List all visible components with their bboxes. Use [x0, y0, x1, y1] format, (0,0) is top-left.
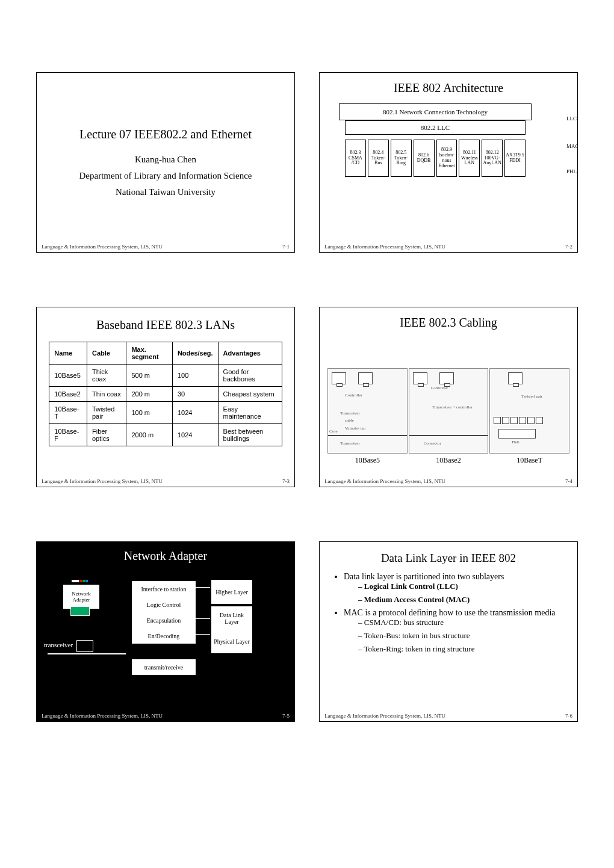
footer-text: Language & Information Processing System… — [42, 478, 163, 484]
list-item: CSMA/CD: bus structure — [358, 618, 556, 627]
label-transceiver: transceiver — [44, 641, 73, 648]
slide-footer: Language & Information Processing System… — [42, 478, 290, 484]
diagram-label: 10Base2 — [436, 456, 460, 465]
diagram-10base5: Controller Transceiver cable Vampire tap… — [328, 368, 407, 465]
proto-802-9: 802.9Isochro- nous Ethernet — [436, 140, 457, 177]
adapter-diagram: Network Adapter Interface to station Log… — [42, 569, 290, 716]
proto-802-3: 802.3CSMA /CD — [345, 140, 366, 177]
page-number: 7-2 — [565, 244, 572, 250]
proto-802-11: 802.11Wireless LAN — [459, 140, 480, 177]
proto-802-4: 802.4Token- Bus — [368, 140, 389, 177]
block-logic-control: Logic Control — [132, 597, 196, 612]
slide-architecture: IEEE 802 Architecture 802.1 Network Conn… — [319, 72, 578, 253]
department: Department of Library and Information Sc… — [79, 171, 252, 181]
label-phl: PHL — [566, 168, 577, 174]
slide-baseband-lans: Baseband IEEE 802.3 LANs Name Cable Max.… — [36, 307, 295, 487]
proto-802-6: 802.6DQDB — [414, 140, 435, 177]
footer-text: Language & Information Processing System… — [42, 713, 163, 719]
th-cable: Cable — [87, 342, 126, 365]
slide-title: IEEE 802 Architecture — [324, 81, 572, 95]
list-item: Medium Access Control (MAC) — [358, 595, 556, 605]
proto-802-12: 802.12100VG- AnyLAN — [482, 140, 503, 177]
footer-text: Language & Information Processing System… — [324, 478, 445, 484]
proto-802-5: 802.5Token- Ring — [391, 140, 412, 177]
university: National Taiwan University — [116, 187, 216, 197]
block-encapsulation: Encapsulation — [132, 612, 196, 628]
slide-title: Data Link Layer in IEEE 802 — [324, 552, 572, 565]
table-header-row: Name Cable Max. segment Nodes/seg. Advan… — [49, 342, 282, 365]
slide-cabling: IEEE 802.3 Cabling Controller Transceive… — [319, 307, 578, 487]
cabling-figure-10baset: Twisted pair Hub — [489, 368, 569, 454]
slide-title: Lecture 07 IEEE802.2 and Ethernet Kuang-… — [36, 72, 295, 253]
list-item: Data link layer is partitioned into two … — [344, 572, 564, 605]
page-number: 7-4 — [565, 478, 572, 484]
block-higher-layer: Higher Layer — [211, 580, 252, 604]
list-item: Token-Ring: token in ring structure — [358, 644, 556, 654]
protocol-row: 802.3CSMA /CD 802.4Token- Bus 802.5Token… — [345, 140, 526, 177]
slide-title: Baseband IEEE 802.3 LANs — [42, 318, 290, 332]
label-llc: LLC — [566, 115, 577, 122]
page-number: 7-1 — [282, 244, 290, 250]
diagram-10base2: Controller Transceiver + controller Conn… — [409, 368, 488, 465]
table-row: 10Base2 Thin coax 200 m 30 Cheapest syst… — [49, 387, 282, 402]
architecture-diagram: 802.1 Network Connection Technology 802.… — [333, 103, 564, 206]
page-number: 7-3 — [282, 478, 290, 484]
th-advantages: Advantages — [218, 342, 282, 365]
proto-fddi: AX3T9.5FDDI — [504, 140, 526, 177]
lecture-title: Lecture 07 IEEE802.2 and Ethernet — [79, 128, 252, 141]
slide-footer: Language & Information Processing System… — [324, 713, 572, 719]
slide-title: Network Adapter — [42, 549, 290, 563]
footer-text: Language & Information Processing System… — [324, 244, 445, 250]
block-network-adapter: Network Adapter — [63, 585, 99, 609]
slide-footer: Language & Information Processing System… — [324, 244, 572, 250]
table-row: 10Base5 Thick coax 500 m 100 Good for ba… — [49, 365, 282, 387]
th-name: Name — [49, 342, 87, 365]
block-physical-layer: Physical Layer — [211, 629, 252, 653]
cabling-figure-10base5: Controller Transceiver cable Vampire tap… — [327, 368, 408, 454]
page-number: 7-5 — [282, 713, 290, 719]
th-nodes: Nodes/seg. — [172, 342, 218, 365]
table-row: 10Base-T Twisted pair 100 m 1024 Easy ma… — [49, 402, 282, 424]
slide-footer: Language & Information Processing System… — [324, 478, 572, 484]
block-transmit-receive: transmit/receive — [132, 659, 196, 675]
label-mac: MAC — [566, 143, 578, 149]
lan-table: Name Cable Max. segment Nodes/seg. Advan… — [49, 342, 282, 446]
diagram-label: 10BaseT — [516, 456, 542, 465]
table-row: 10Base-F Fiber optics 2000 m 1024 Best b… — [49, 424, 282, 446]
list-item: Logical Link Control (LLC) — [358, 582, 556, 591]
diagram-10baset: Twisted pair Hub 10BaseT — [490, 368, 569, 465]
list-item: Token-Bus: token in bus structure — [358, 631, 556, 641]
slide-footer: Language & Information Processing System… — [42, 713, 290, 719]
block-data-link-layer: Data Link Layer — [211, 606, 252, 630]
cabling-figure-10base2: Controller Transceiver + controller Conn… — [409, 368, 489, 454]
bullet-list: Data link layer is partitioned into two … — [333, 572, 564, 657]
footer-text: Language & Information Processing System… — [42, 244, 163, 250]
author: Kuang-hua Chen — [135, 155, 196, 165]
slide-network-adapter: Network Adapter Network Adapter Interfac… — [36, 541, 295, 722]
list-item: MAC is a protocol defining how to use th… — [344, 608, 564, 654]
box-802-2-llc: 802.2 LLC — [345, 120, 526, 135]
box-802-1: 802.1 Network Connection Technology — [339, 103, 532, 120]
footer-text: Language & Information Processing System… — [324, 713, 445, 719]
diagram-label: 10Base5 — [355, 456, 380, 465]
slide-title: IEEE 802.3 Cabling — [324, 316, 572, 330]
slide-footer: Language & Information Processing System… — [42, 244, 290, 250]
page-number: 7-6 — [565, 713, 572, 719]
slide-data-link-layer: Data Link Layer in IEEE 802 Data link la… — [319, 541, 578, 722]
block-interface: Interface to station — [132, 581, 196, 597]
th-max-segment: Max. segment — [126, 342, 173, 365]
block-en-decoding: En/Decoding — [132, 628, 196, 644]
